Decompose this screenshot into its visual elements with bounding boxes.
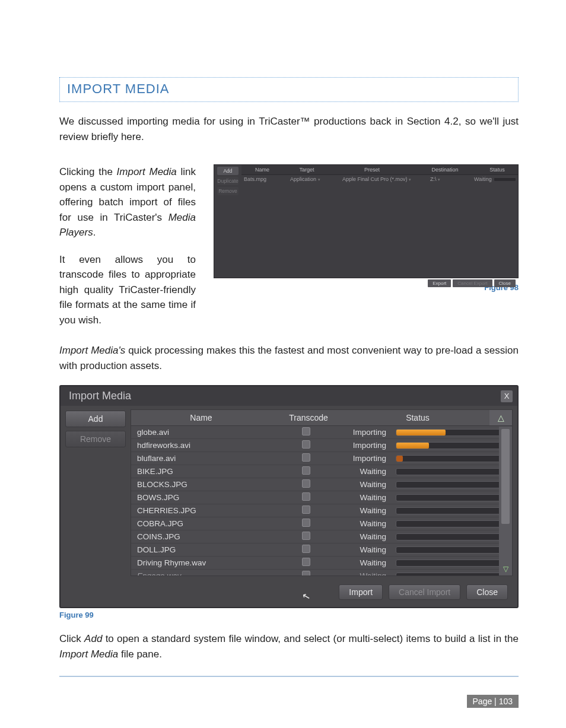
checkbox[interactable] xyxy=(302,506,310,514)
fig98-close-button[interactable]: Close xyxy=(494,279,516,287)
cell-status: Waiting xyxy=(339,506,390,515)
cell-name: CHERRIES.JPG xyxy=(131,504,274,517)
checkbox[interactable] xyxy=(302,558,310,566)
cell-name: Engage.wav xyxy=(131,570,274,576)
checkbox[interactable] xyxy=(302,440,310,449)
progress-bar xyxy=(396,533,506,541)
page-number: Page | 103 xyxy=(467,695,519,708)
checkbox[interactable] xyxy=(302,571,310,576)
section-heading: IMPORT MEDIA xyxy=(67,81,170,96)
fig98-export-button[interactable]: Export xyxy=(428,279,451,287)
closing-paragraph: Click Add to open a standard system file… xyxy=(59,631,519,662)
checkbox[interactable] xyxy=(302,453,310,462)
dropdown-icon: ▾ xyxy=(409,177,411,182)
checkbox[interactable] xyxy=(302,427,310,435)
cell-progress xyxy=(390,468,512,475)
dropdown-icon: ▾ xyxy=(438,177,440,182)
cell-transcode xyxy=(274,427,339,437)
table-row[interactable]: Driving Rhyme.wavWaiting xyxy=(131,557,512,570)
cell-status: Waiting xyxy=(339,480,390,489)
fig98-duplicate-button[interactable]: Duplicate xyxy=(217,177,239,185)
cell-name: BOWS.JPG xyxy=(131,491,274,504)
mid-paragraph: Import Media's quick processing makes th… xyxy=(59,343,519,373)
fig98-header-row: Name Target Preset Destination Status xyxy=(241,165,518,175)
cell-progress xyxy=(390,573,512,576)
table-row[interactable]: bluflare.aviImporting xyxy=(131,452,512,465)
close-icon[interactable]: X xyxy=(501,390,513,402)
cell-progress xyxy=(390,494,512,501)
cell-transcode xyxy=(274,440,339,450)
fig98-col-status: Status xyxy=(476,165,518,174)
table-row[interactable]: BIKE.JPGWaiting xyxy=(131,465,512,478)
checkbox[interactable] xyxy=(302,466,310,475)
progress-bar xyxy=(494,178,516,181)
table-row[interactable]: BOWS.JPGWaiting xyxy=(131,491,512,504)
scrollbar[interactable]: ▽ xyxy=(499,427,512,576)
fig99-import-button[interactable]: Import xyxy=(339,584,383,600)
cell-status: Waiting xyxy=(339,532,390,541)
progress-bar xyxy=(396,481,506,488)
cell-name: globe.avi xyxy=(131,426,274,438)
table-row[interactable]: CHERRIES.JPGWaiting xyxy=(131,504,512,517)
checkbox[interactable] xyxy=(302,519,310,527)
cell-name: BIKE.JPG xyxy=(131,465,274,478)
progress-bar xyxy=(396,573,506,576)
fig98-remove-button[interactable]: Remove xyxy=(217,187,239,195)
progress-bar xyxy=(396,442,506,449)
fig99-title-text: Import Media xyxy=(69,390,131,402)
checkbox[interactable] xyxy=(302,532,310,540)
progress-bar xyxy=(396,507,506,514)
cell-transcode xyxy=(274,506,339,516)
cell-name: bluflare.avi xyxy=(131,452,274,465)
cell-transcode xyxy=(274,519,339,529)
fig98-add-button[interactable]: Add xyxy=(217,167,239,175)
cell-progress xyxy=(390,442,512,449)
checkbox[interactable] xyxy=(302,492,310,501)
checkbox[interactable] xyxy=(302,545,310,553)
scroll-down-icon[interactable]: ▽ xyxy=(500,565,511,576)
table-row[interactable]: BLOCKS.JPGWaiting xyxy=(131,478,512,491)
cell-name: COBRA.JPG xyxy=(131,517,274,530)
cell-name: Driving Rhyme.wav xyxy=(131,557,274,569)
left-paragraph-1: Clicking the Import Media link opens a c… xyxy=(59,164,196,240)
fig99-titlebar: Import Media X xyxy=(61,386,517,406)
section-heading-box: IMPORT MEDIA xyxy=(59,77,519,102)
fig99-add-button[interactable]: Add xyxy=(65,411,126,427)
cell-progress xyxy=(390,546,512,554)
progress-bar xyxy=(396,520,506,527)
table-row[interactable]: hdfireworks.aviImporting xyxy=(131,439,512,452)
fig98-data-row[interactable]: Bats.mpg Application ▾ Apple Final Cut P… xyxy=(241,175,518,183)
cell-progress xyxy=(390,455,512,462)
table-row[interactable]: COINS.JPGWaiting xyxy=(131,530,512,543)
cell-transcode xyxy=(274,492,339,503)
table-row[interactable]: globe.aviImporting xyxy=(131,426,512,439)
cell-transcode xyxy=(274,453,339,463)
col-transcode: Transcode xyxy=(271,410,346,425)
table-row[interactable]: DOLL.JPGWaiting xyxy=(131,543,512,557)
cell-status: Waiting xyxy=(339,571,390,576)
progress-bar xyxy=(396,546,506,554)
cursor-icon: ↖ xyxy=(301,590,311,603)
fig98-col-preset: Preset xyxy=(330,165,414,174)
left-paragraph-2: It even allows you to transcode files to… xyxy=(59,252,196,328)
fig99-header-row: Name Transcode Status △ xyxy=(131,410,512,426)
cell-status: Waiting xyxy=(339,493,390,502)
scrollbar-thumb[interactable] xyxy=(501,429,510,524)
fig99-table: Name Transcode Status △ globe.aviImporti… xyxy=(131,409,513,576)
cell-transcode xyxy=(274,571,339,576)
cell-progress xyxy=(390,533,512,541)
scroll-up-icon[interactable]: △ xyxy=(489,410,512,425)
table-row[interactable]: Engage.wavWaiting xyxy=(131,570,512,576)
fig98-cancel-button[interactable]: Cancel Export xyxy=(453,279,492,287)
cell-name: BLOCKS.JPG xyxy=(131,478,274,491)
checkbox[interactable] xyxy=(302,479,310,488)
cell-status: Waiting xyxy=(339,558,390,567)
fig99-remove-button[interactable]: Remove xyxy=(65,431,126,447)
cell-transcode xyxy=(274,466,339,476)
cell-transcode xyxy=(274,532,339,542)
table-row[interactable]: COBRA.JPGWaiting xyxy=(131,517,512,530)
fig99-cancel-button[interactable]: Cancel Import xyxy=(389,584,460,600)
fig99-close-button[interactable]: Close xyxy=(466,584,508,600)
intro-paragraph: We discussed importing media for using i… xyxy=(59,114,519,144)
cell-progress xyxy=(390,481,512,488)
